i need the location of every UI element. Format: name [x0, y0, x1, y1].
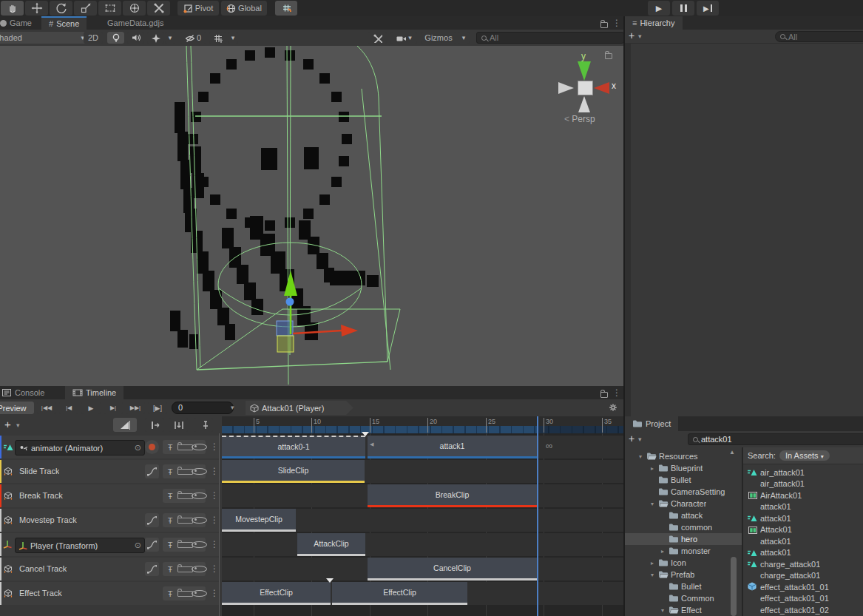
track-menu[interactable]: ⋮	[210, 466, 219, 476]
lock-button[interactable]	[177, 589, 192, 598]
gizmos-dropdown[interactable]: ▾	[458, 32, 470, 44]
tab-game[interactable]: Game	[0, 16, 39, 30]
scene-viewport[interactable]: y x < Persp	[0, 46, 623, 386]
mute-eye-button[interactable]	[192, 467, 206, 476]
track-header-player-transform[interactable]: Player (Transform) ⊙ Ŧ ⋮	[0, 533, 219, 556]
tree-item-effect[interactable]: ▾ Effect	[625, 604, 742, 616]
tree-item-prefab-bullet[interactable]: Bullet	[625, 581, 742, 592]
tree-scroll-up-arrow[interactable]: ▲	[729, 449, 735, 456]
scene-lock-icon[interactable]	[600, 21, 608, 30]
scene-menu-icon[interactable]: ⋮	[612, 18, 621, 28]
tree-item-prefab-common[interactable]: Common	[625, 592, 742, 604]
go-to-end-button[interactable]: ▶▶|	[126, 402, 145, 414]
viewport-lock-icon[interactable]	[605, 52, 612, 61]
result-AirAttack01-timeline[interactable]: AirAttack01	[748, 490, 863, 501]
result-attack01-anim[interactable]: attack01	[748, 512, 863, 524]
pin-button[interactable]: Ŧ	[163, 589, 177, 598]
create-asset-button[interactable]: +	[629, 433, 634, 444]
tree-item-character[interactable]: ▾ Character	[625, 498, 742, 510]
timeline-menu-icon[interactable]: ⋮	[612, 387, 621, 398]
scene-search-input[interactable]	[490, 33, 619, 42]
track-menu[interactable]: ⋮	[210, 588, 219, 598]
result-charge_attack01[interactable]: charge_attack01	[748, 570, 863, 581]
custom-tool-button[interactable]	[147, 1, 170, 16]
pivot-toggle-button[interactable]: Pivot	[177, 1, 219, 16]
axis-x-cone[interactable]	[594, 82, 609, 94]
scale-tool-button[interactable]	[74, 1, 97, 16]
axis-negy-cone[interactable]	[578, 96, 590, 112]
tab-gamedata[interactable]: GameData.gdjs	[100, 16, 171, 30]
animator-object-field[interactable]: animator (Animator) ⊙	[15, 440, 145, 456]
pin-button[interactable]: Ŧ	[163, 443, 177, 452]
clip-attack1[interactable]: ◀ attack1	[368, 436, 537, 456]
clip-break[interactable]: BreakClip	[368, 484, 537, 505]
clip-boundary-marker[interactable]	[326, 578, 334, 583]
record-button[interactable]	[145, 440, 159, 454]
tree-item-resources[interactable]: ▾ Resources	[625, 450, 742, 462]
move-tool-button[interactable]	[25, 1, 48, 16]
mute-eye-button[interactable]	[192, 516, 206, 525]
lock-button[interactable]	[177, 443, 192, 452]
tree-item-camerasetting[interactable]: CameraSetting	[625, 486, 742, 498]
add-track-button[interactable]: +	[4, 418, 11, 430]
mute-eye-button[interactable]	[192, 589, 206, 598]
lighting-toggle-button[interactable]	[107, 32, 124, 44]
toggle-2d-button[interactable]: 2D	[84, 32, 103, 44]
track-menu[interactable]: ⋮	[210, 563, 219, 574]
track-header-cancel[interactable]: Cancel Track Ŧ ⋮	[0, 558, 219, 581]
add-track-dropdown[interactable]: ▾	[16, 422, 20, 429]
result-charge_attack01-anim[interactable]: charge_attack01	[748, 558, 863, 569]
global-toggle-button[interactable]: Global	[221, 1, 267, 16]
track-menu[interactable]: ⋮	[210, 539, 219, 549]
lock-button[interactable]	[177, 565, 192, 574]
tree-item-blueprint[interactable]: ▸ Blueprint	[625, 462, 742, 474]
mute-eye-button[interactable]	[192, 541, 206, 549]
project-search-input[interactable]	[701, 435, 860, 444]
timeline-play-button[interactable]: ▶	[81, 402, 101, 414]
tree-item-bullet[interactable]: Bullet	[625, 474, 742, 486]
clip-attack[interactable]: AttackClip	[297, 533, 365, 554]
lock-button[interactable]	[177, 492, 192, 501]
frame-field[interactable]: 0	[172, 402, 234, 414]
rotate-tool-button[interactable]	[50, 1, 72, 16]
pause-button[interactable]	[672, 1, 694, 16]
pin-button[interactable]: Ŧ	[163, 541, 177, 549]
player-transform-field[interactable]: Player (Transform) ⊙	[15, 538, 145, 553]
track-menu[interactable]: ⋮	[210, 441, 219, 452]
next-frame-button[interactable]: ▶|	[104, 402, 123, 414]
grid-visibility-dropdown[interactable]: ▾	[228, 32, 238, 44]
clip-effect-1[interactable]: EffectClip	[222, 582, 331, 603]
search-scope-dropdown[interactable]: In Assets ▾	[779, 450, 830, 461]
track-header-slide[interactable]: Slide Track Ŧ ⋮	[0, 460, 219, 483]
track-header-movestep[interactable]: Movestep Track Ŧ ⋮	[0, 509, 219, 532]
result-attack01-anim[interactable]: attack01	[748, 547, 863, 558]
result-effect_attack01_01-prefab[interactable]: effect_attack01_01	[748, 581, 863, 592]
create-asset-dropdown[interactable]: ▾	[638, 436, 642, 443]
clip-slide[interactable]: SlideClip	[222, 460, 365, 481]
hierarchy-search-input[interactable]	[788, 33, 863, 41]
mute-eye-button[interactable]	[192, 492, 206, 501]
gizmo-cube[interactable]	[578, 81, 593, 95]
axis-y-cone[interactable]	[578, 61, 591, 81]
hand-tool-button[interactable]	[1, 1, 24, 16]
clip-effect-2[interactable]: EffectClip	[332, 582, 467, 603]
tab-timeline[interactable]: Timeline	[65, 386, 123, 399]
play-range-button[interactable]: [▶]	[148, 402, 167, 414]
curve-button[interactable]	[145, 513, 159, 527]
tab-hierarchy[interactable]: ≡ Hierarchy	[625, 16, 683, 30]
tree-item-prefab[interactable]: ▾ Prefab	[625, 569, 742, 581]
rect-tool-button[interactable]	[98, 1, 121, 16]
mute-eye-button[interactable]	[192, 443, 206, 452]
tree-scrollbar-thumb[interactable]	[731, 557, 737, 616]
clip-attack0-1[interactable]: attack0-1	[222, 436, 365, 456]
object-picker-icon[interactable]: ⊙	[135, 541, 141, 550]
persp-label[interactable]: < Persp	[564, 114, 595, 124]
tab-project[interactable]: Project	[625, 416, 678, 431]
clip-movestep[interactable]: MovestepClip	[222, 509, 296, 529]
create-button[interactable]: +	[629, 30, 634, 41]
effects-dropdown[interactable]: ▾	[165, 32, 175, 44]
go-to-start-button[interactable]: |◀◀	[37, 402, 56, 414]
scene-tools-button[interactable]	[368, 32, 387, 44]
track-header-effect[interactable]: Effect Track Ŧ ⋮	[0, 582, 219, 605]
axis-negx-cone[interactable]	[558, 82, 574, 94]
